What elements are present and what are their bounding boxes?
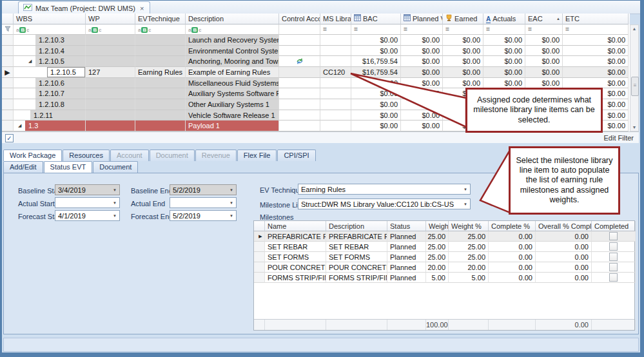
col-header-etc[interactable]: ETC bbox=[563, 14, 629, 24]
col-header-planned-val-[interactable]: Planned Val... bbox=[401, 14, 443, 24]
actual-end-combo[interactable]: ▼ bbox=[170, 197, 237, 208]
completed-checkbox[interactable] bbox=[609, 232, 618, 240]
col-header-ms-library[interactable]: MS Library bbox=[320, 14, 351, 24]
milestone-row[interactable]: SET REBARSET REBARPlanned25.0025.000.000… bbox=[254, 242, 634, 252]
filter-cell-empty[interactable] bbox=[279, 24, 320, 35]
cell-planned-value: $0.00 bbox=[401, 78, 443, 89]
summary-cell bbox=[254, 320, 265, 330]
ms-col-header-name[interactable]: Name bbox=[265, 221, 326, 231]
milestone-row[interactable]: SET FORMSSET FORMSPlanned25.0025.000.000… bbox=[254, 252, 634, 262]
milestone-row[interactable]: ▶PREFABRICATE REBARPREFABRICATE REBARPla… bbox=[254, 231, 634, 242]
filter-cell[interactable] bbox=[2, 24, 14, 35]
equals-filter-operator-icon[interactable]: = bbox=[354, 24, 357, 35]
text-filter-operator-icon[interactable]: aBc bbox=[138, 24, 151, 35]
filter-cell[interactable]: = bbox=[563, 24, 629, 35]
funnel-icon bbox=[5, 24, 11, 35]
forecast-start-combo[interactable]: 4/1/2019 ▼ bbox=[55, 210, 120, 221]
filter-cell[interactable]: aBc bbox=[86, 24, 135, 35]
filter-cell[interactable]: = bbox=[351, 24, 401, 35]
equals-filter-operator-icon[interactable]: = bbox=[528, 24, 531, 35]
text-filter-operator-icon[interactable]: aBc bbox=[88, 24, 101, 35]
column-title: Weight bbox=[429, 221, 449, 231]
table-row[interactable]: 1.2.10.3Launch and Recovery System$0.00$… bbox=[2, 35, 630, 46]
cell-wp bbox=[86, 35, 135, 46]
equals-filter-operator-icon[interactable]: = bbox=[404, 24, 407, 35]
cell-planned-value: $0.00 bbox=[401, 110, 443, 121]
filter-cell[interactable]: = bbox=[401, 24, 443, 35]
filter-cell[interactable]: = bbox=[483, 24, 525, 35]
cell-weight: 25.00 bbox=[426, 231, 449, 242]
col-header-evtechnique[interactable]: EVTechnique bbox=[135, 14, 186, 24]
tab-cpi-spi[interactable]: CPI/SPI bbox=[277, 150, 315, 161]
ms-col-header-status[interactable]: Status bbox=[387, 221, 426, 231]
filter-cell[interactable]: aBc bbox=[186, 24, 279, 35]
forecast-end-value: 5/2/2019 bbox=[170, 212, 227, 220]
expand-node-icon[interactable]: ◢ bbox=[18, 123, 21, 128]
actual-start-combo[interactable]: ▼ bbox=[55, 197, 120, 208]
text-filter-operator-icon[interactable]: aBc bbox=[16, 24, 29, 35]
cell-description: Launch and Recovery System bbox=[186, 35, 279, 46]
col-header-description[interactable]: Description bbox=[186, 14, 279, 24]
table-row[interactable]: 1.2.10.4Environmental Control System$0.0… bbox=[2, 46, 630, 57]
table-row[interactable]: ◢1.2.10.5Anchoring, Mooring and Towing$1… bbox=[2, 56, 630, 67]
subtab-status-evt[interactable]: Status EVT bbox=[44, 161, 93, 173]
cell-completed bbox=[592, 262, 636, 273]
filter-cell[interactable]: = bbox=[320, 24, 351, 35]
table-row[interactable]: 1.2.10.6Miscellaneous Fluid Systems$0.00… bbox=[2, 78, 630, 89]
completed-checkbox[interactable] bbox=[609, 253, 618, 261]
ms-col-header-complete-[interactable]: Complete % bbox=[489, 221, 536, 231]
document-tab[interactable]: Max Team (Project: DWR UMS) × bbox=[18, 1, 150, 14]
milestone-library-combo[interactable]: Struct:DWR MS Library Value:CC120 Lib:CS… bbox=[298, 198, 471, 209]
baseline-start-combo[interactable]: 3/4/2019 ▼ bbox=[55, 184, 120, 195]
col-header-wp[interactable]: WP bbox=[86, 14, 135, 24]
ms-col-header-completed[interactable]: Completed bbox=[592, 221, 636, 231]
col-header-control-account[interactable]: Control Account bbox=[279, 14, 320, 24]
tab-resources[interactable]: Resources bbox=[63, 150, 110, 161]
baseline-end-combo[interactable]: 5/2/2019 ▼ bbox=[170, 184, 237, 195]
ms-col-header-weight[interactable]: Weight bbox=[426, 221, 449, 231]
filter-cell[interactable]: aBc bbox=[135, 24, 186, 35]
close-icon[interactable]: × bbox=[139, 5, 145, 12]
filter-cell[interactable]: = bbox=[443, 24, 483, 35]
cell-evtechnique bbox=[135, 46, 186, 57]
subtab-add-edit[interactable]: Add/Edit bbox=[3, 161, 43, 173]
col-header-bac[interactable]: BAC bbox=[351, 14, 401, 24]
scrollbar-thumb[interactable]: ≡ bbox=[631, 77, 639, 96]
subtab-document[interactable]: Document bbox=[93, 161, 138, 173]
equals-filter-operator-icon[interactable]: = bbox=[323, 24, 326, 35]
cell-bac: $0.00 bbox=[351, 78, 401, 89]
tab-work-package[interactable]: Work Package bbox=[3, 150, 62, 161]
summary-cell bbox=[265, 320, 326, 330]
col-header-eac[interactable]: EAC▲ bbox=[525, 14, 563, 24]
filter-cell[interactable]: = bbox=[525, 24, 563, 35]
ms-col-header-weight-[interactable]: Weight % bbox=[449, 221, 489, 231]
equals-filter-operator-icon[interactable]: = bbox=[486, 24, 489, 35]
col-header-wbs[interactable]: WBS bbox=[14, 14, 86, 24]
col-header-actuals[interactable]: AActuals bbox=[483, 14, 525, 24]
filter-enabled-checkbox[interactable]: ✓ bbox=[5, 134, 14, 142]
grid-vertical-scrollbar[interactable]: ▲ ≡ ▼ bbox=[630, 24, 639, 131]
equals-filter-operator-icon[interactable]: = bbox=[565, 24, 569, 35]
equals-filter-operator-icon[interactable]: = bbox=[445, 24, 449, 35]
forecast-end-combo[interactable]: 5/2/2019 ▼ bbox=[170, 210, 237, 221]
completed-checkbox[interactable] bbox=[609, 242, 618, 251]
ev-technique-combo[interactable]: Earning Rules ▼ bbox=[298, 184, 471, 195]
ev-technique-label: EV Technique bbox=[260, 186, 304, 195]
table-row[interactable]: ▶1.2.10.5127Earning RulesExample of Earn… bbox=[2, 67, 630, 78]
col-header-earned[interactable]: Earned bbox=[443, 14, 483, 24]
text-filter-operator-icon[interactable]: aBc bbox=[188, 24, 201, 35]
completed-checkbox[interactable] bbox=[609, 263, 618, 271]
cell-wbs: 1.2.11 bbox=[14, 110, 86, 121]
edit-filter-button[interactable]: Edit Filter bbox=[604, 134, 634, 142]
tab-flex-file[interactable]: Flex File bbox=[237, 150, 277, 161]
completed-checkbox[interactable] bbox=[609, 273, 618, 282]
baseline-end-value: 5/2/2019 bbox=[170, 186, 227, 194]
ms-col-header-overall-complete[interactable]: Overall % Complete bbox=[536, 221, 592, 231]
expand-node-icon[interactable]: ◢ bbox=[28, 59, 32, 64]
scroll-up-icon[interactable]: ▲ bbox=[630, 26, 638, 31]
ms-col-header-description[interactable]: Description bbox=[326, 221, 387, 231]
milestone-row[interactable]: POUR CONCRETEPOUR CONCRETEPlanned20.0020… bbox=[254, 262, 634, 273]
filter-cell[interactable]: aBc bbox=[14, 24, 86, 35]
milestone-row[interactable]: FORMS STRIP/FINISHFORMS STRIP/FINISHPlan… bbox=[254, 273, 634, 283]
scroll-down-icon[interactable]: ▼ bbox=[630, 125, 638, 130]
